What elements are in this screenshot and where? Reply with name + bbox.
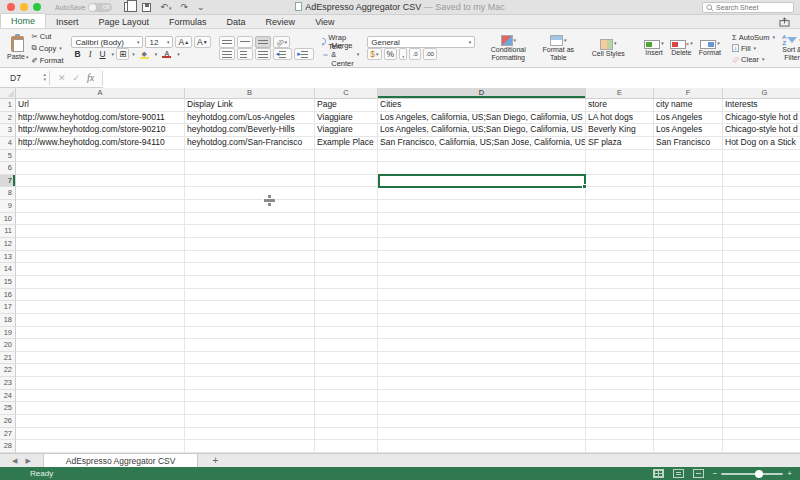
cell-F7[interactable] xyxy=(654,175,723,188)
fill-color-dropdown-icon[interactable]: ▾ xyxy=(155,51,158,57)
cell-B22[interactable] xyxy=(185,364,315,377)
cell-G1[interactable]: Interests xyxy=(723,99,800,112)
cell-G16[interactable] xyxy=(723,289,800,302)
cell-D1[interactable]: Cities xyxy=(378,99,586,112)
cell-G21[interactable] xyxy=(723,352,800,365)
row-header-9[interactable]: 9 xyxy=(0,200,16,213)
cell-C19[interactable] xyxy=(315,327,378,340)
copy-dropdown-icon[interactable]: ▾ xyxy=(59,45,62,51)
cell-G14[interactable] xyxy=(723,263,800,276)
cell-C2[interactable]: Viaggiare xyxy=(315,112,378,125)
select-all-corner[interactable] xyxy=(0,88,16,99)
cell-A22[interactable] xyxy=(16,364,185,377)
cell-A2[interactable]: http://www.heyhotdog.com/store-90011 xyxy=(16,112,185,125)
sheet-nav-right-icon[interactable]: ▶ xyxy=(25,457,30,465)
cell-G5[interactable] xyxy=(723,150,800,163)
row-header-1[interactable]: 1 xyxy=(0,99,16,112)
cell-E1[interactable]: store xyxy=(586,99,654,112)
cell-C11[interactable] xyxy=(315,225,378,238)
cell-B3[interactable]: heyhotdog.com/Beverly-Hills xyxy=(185,124,315,137)
cell-A14[interactable] xyxy=(16,263,185,276)
cell-D14[interactable] xyxy=(378,263,586,276)
cell-A27[interactable] xyxy=(16,428,185,441)
cell-D22[interactable] xyxy=(378,364,586,377)
row-header-26[interactable]: 26 xyxy=(0,415,16,428)
cell-C16[interactable] xyxy=(315,289,378,302)
cell-D16[interactable] xyxy=(378,289,586,302)
page-layout-view-button[interactable] xyxy=(673,469,684,478)
font-size-select[interactable]: 12▾ xyxy=(145,36,173,48)
cell-G13[interactable] xyxy=(723,251,800,264)
bold-button[interactable]: B xyxy=(71,48,83,60)
cell-B1[interactable]: Display Link xyxy=(185,99,315,112)
column-header-D[interactable]: D xyxy=(378,88,586,99)
insert-function-icon[interactable]: fx xyxy=(87,72,94,83)
row-header-17[interactable]: 17 xyxy=(0,301,16,314)
autosave-toggle[interactable]: Off xyxy=(88,3,112,12)
add-sheet-button[interactable]: + xyxy=(198,454,232,467)
row-header-2[interactable]: 2 xyxy=(0,112,16,125)
cell-C18[interactable] xyxy=(315,314,378,327)
cell-C14[interactable] xyxy=(315,263,378,276)
cell-A17[interactable] xyxy=(16,301,185,314)
cell-D17[interactable] xyxy=(378,301,586,314)
cell-C1[interactable]: Page xyxy=(315,99,378,112)
tab-view[interactable]: View xyxy=(305,15,344,28)
currency-button[interactable]: $▾ xyxy=(367,48,381,60)
align-right-button[interactable] xyxy=(255,48,271,60)
format-cells-button[interactable]: ▾ Format xyxy=(696,39,724,58)
cell-B25[interactable] xyxy=(185,402,315,415)
row-header-7[interactable]: 7 xyxy=(0,175,16,188)
cell-G20[interactable] xyxy=(723,339,800,352)
cell-A11[interactable] xyxy=(16,225,185,238)
cell-F13[interactable] xyxy=(654,251,723,264)
cell-G9[interactable] xyxy=(723,200,800,213)
cut-button[interactable]: ✂Cut xyxy=(31,31,63,42)
row-header-18[interactable]: 18 xyxy=(0,314,16,327)
cell-C15[interactable] xyxy=(315,276,378,289)
increase-indent-button[interactable]: ▸ xyxy=(294,48,314,60)
cell-G26[interactable] xyxy=(723,415,800,428)
cell-D11[interactable] xyxy=(378,225,586,238)
cell-A7[interactable] xyxy=(16,175,185,188)
selected-cell-outline[interactable] xyxy=(378,174,586,188)
decrease-font-button[interactable]: A▼ xyxy=(194,36,211,48)
row-header-22[interactable]: 22 xyxy=(0,364,16,377)
cell-F2[interactable]: Los Angeles xyxy=(654,112,723,125)
cell-A25[interactable] xyxy=(16,402,185,415)
font-name-select[interactable]: Calibri (Body)▾ xyxy=(71,36,143,48)
cell-G15[interactable] xyxy=(723,276,800,289)
align-left-button[interactable] xyxy=(219,48,235,60)
cell-E3[interactable]: Beverly King xyxy=(586,124,654,137)
zoom-window-button[interactable] xyxy=(33,3,41,11)
cell-E15[interactable] xyxy=(586,276,654,289)
cell-C28[interactable] xyxy=(315,440,378,453)
normal-view-button[interactable] xyxy=(653,469,664,478)
cell-D13[interactable] xyxy=(378,251,586,264)
cell-B14[interactable] xyxy=(185,263,315,276)
row-header-10[interactable]: 10 xyxy=(0,213,16,226)
cell-C25[interactable] xyxy=(315,402,378,415)
tab-page-layout[interactable]: Page Layout xyxy=(89,15,160,28)
cell-F15[interactable] xyxy=(654,276,723,289)
cell-F19[interactable] xyxy=(654,327,723,340)
cell-D24[interactable] xyxy=(378,390,586,403)
cell-F1[interactable]: city name xyxy=(654,99,723,112)
cell-E27[interactable] xyxy=(586,428,654,441)
cell-B5[interactable] xyxy=(185,150,315,163)
cell-D8[interactable] xyxy=(378,187,586,200)
cell-E5[interactable] xyxy=(586,150,654,163)
sheet-nav-left-icon[interactable]: ◀ xyxy=(12,457,17,465)
cell-F26[interactable] xyxy=(654,415,723,428)
cell-C22[interactable] xyxy=(315,364,378,377)
cell-C10[interactable] xyxy=(315,213,378,226)
cell-E28[interactable] xyxy=(586,440,654,453)
cell-D20[interactable] xyxy=(378,339,586,352)
cell-B9[interactable] xyxy=(185,200,315,213)
cell-D27[interactable] xyxy=(378,428,586,441)
cell-E24[interactable] xyxy=(586,390,654,403)
cell-F20[interactable] xyxy=(654,339,723,352)
cell-E18[interactable] xyxy=(586,314,654,327)
cell-B23[interactable] xyxy=(185,377,315,390)
cell-G2[interactable]: Chicago-style hot d xyxy=(723,112,800,125)
